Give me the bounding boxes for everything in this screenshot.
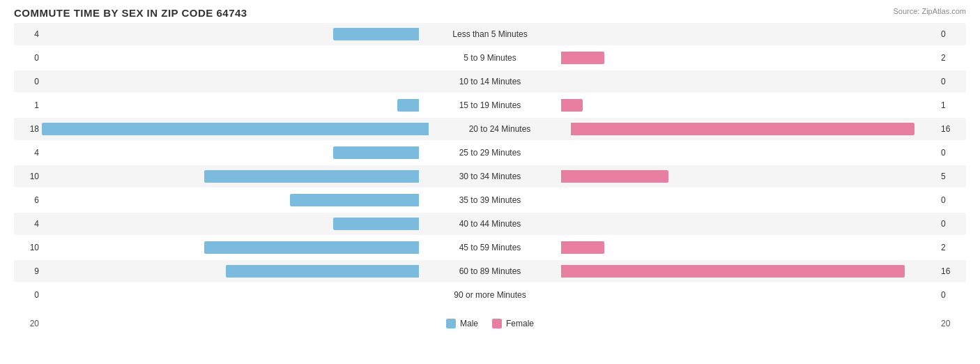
bars-section: 40 to 44 Minutes — [42, 214, 938, 234]
chart-title: COMMUTE TIME BY SEX IN ZIP CODE 64743 — [14, 7, 966, 19]
bars-section: 35 to 39 Minutes — [42, 190, 938, 210]
female-bar-container — [560, 75, 938, 89]
left-value: 0 — [14, 290, 42, 300]
chart-container: COMMUTE TIME BY SEX IN ZIP CODE 64743 So… — [0, 0, 980, 364]
female-bar-container — [560, 193, 938, 207]
row-label: 25 to 29 Minutes — [420, 148, 560, 158]
female-bar-container — [560, 146, 938, 160]
row-label: 15 to 19 Minutes — [420, 100, 560, 110]
left-value: 4 — [14, 148, 42, 158]
chart-area: 4 Less than 5 Minutes 0 0 5 to 9 Minutes… — [14, 23, 966, 316]
male-bar — [42, 123, 429, 135]
female-legend-label: Female — [506, 319, 534, 328]
right-value: 1 — [938, 100, 966, 110]
left-value: 18 — [14, 124, 42, 134]
male-bar — [204, 241, 419, 254]
female-bar — [561, 170, 668, 183]
female-bar-container — [560, 217, 938, 231]
male-bar-container — [42, 146, 420, 160]
left-value: 0 — [14, 53, 42, 63]
right-value: 2 — [938, 53, 966, 63]
bars-section: 20 to 24 Minutes — [42, 119, 938, 139]
axis-left: 20 — [14, 319, 42, 328]
male-bar — [204, 170, 419, 183]
male-bar — [397, 99, 419, 112]
right-value: 0 — [938, 148, 966, 158]
left-value: 6 — [14, 195, 42, 205]
axis-row: 20 Male Female 20 — [14, 319, 966, 328]
male-bar-container — [42, 169, 420, 183]
male-bar — [333, 28, 419, 40]
row-label: 30 to 34 Minutes — [420, 172, 560, 181]
bars-section: Less than 5 Minutes — [42, 24, 938, 44]
right-value: 0 — [938, 290, 966, 300]
female-bar-container — [560, 51, 938, 65]
male-bar-container — [42, 98, 420, 112]
chart-row: 1 15 to 19 Minutes 1 — [14, 94, 966, 116]
female-bar-container — [560, 241, 938, 255]
chart-row: 4 Less than 5 Minutes 0 — [14, 23, 966, 45]
female-color-box — [492, 319, 502, 328]
legend-container: Male Female — [42, 319, 938, 328]
row-label: 20 to 24 Minutes — [430, 124, 569, 134]
row-label: 90 or more Minutes — [420, 290, 560, 300]
bars-section: 45 to 59 Minutes — [42, 238, 938, 257]
source-label: Source: ZipAtlas.com — [893, 7, 966, 15]
male-bar — [290, 194, 419, 206]
chart-row: 10 30 to 34 Minutes 5 — [14, 165, 966, 188]
chart-row: 0 90 or more Minutes 0 — [14, 284, 966, 306]
male-color-box — [446, 319, 456, 328]
row-label: 35 to 39 Minutes — [420, 195, 560, 205]
right-value: 16 — [938, 124, 966, 134]
female-bar-container — [560, 264, 938, 278]
left-value: 10 — [14, 172, 42, 181]
male-bar-container — [42, 288, 420, 302]
chart-row: 4 40 to 44 Minutes 0 — [14, 213, 966, 235]
male-bar — [333, 218, 419, 230]
left-value: 0 — [14, 77, 42, 86]
female-bar — [561, 99, 583, 112]
male-bar-container — [42, 264, 420, 278]
male-bar-container — [42, 217, 420, 231]
legend-male: Male — [446, 319, 478, 328]
bars-section: 60 to 89 Minutes — [42, 261, 938, 281]
chart-row: 0 10 to 14 Minutes 0 — [14, 70, 966, 93]
row-label: 45 to 59 Minutes — [420, 243, 560, 252]
right-value: 16 — [938, 266, 966, 276]
male-bar-container — [42, 75, 420, 89]
chart-row: 9 60 to 89 Minutes 16 — [14, 260, 966, 282]
legend-female: Female — [492, 319, 534, 328]
female-bar — [571, 123, 914, 135]
bars-section: 10 to 14 Minutes — [42, 72, 938, 91]
male-bar — [226, 265, 420, 278]
male-bar-container — [42, 27, 420, 41]
row-label: 40 to 44 Minutes — [420, 219, 560, 229]
male-bar — [333, 146, 419, 159]
male-bar-container — [42, 51, 420, 65]
bars-section: 30 to 34 Minutes — [42, 167, 938, 186]
chart-row: 18 20 to 24 Minutes 16 — [14, 118, 966, 140]
left-value: 10 — [14, 243, 42, 252]
bars-section: 25 to 29 Minutes — [42, 143, 938, 162]
right-value: 0 — [938, 219, 966, 229]
row-label: 60 to 89 Minutes — [420, 266, 560, 276]
chart-row: 0 5 to 9 Minutes 2 — [14, 47, 966, 69]
right-value: 5 — [938, 172, 966, 181]
chart-row: 10 45 to 59 Minutes 2 — [14, 236, 966, 259]
female-bar-container — [560, 169, 938, 183]
female-bar-container — [569, 122, 938, 136]
male-bar-container — [42, 241, 420, 255]
female-bar — [561, 52, 604, 64]
row-label: 5 to 9 Minutes — [420, 53, 560, 63]
left-value: 1 — [14, 100, 42, 110]
bars-section: 15 to 19 Minutes — [42, 96, 938, 115]
female-bar-container — [560, 288, 938, 302]
male-bar-container — [42, 122, 430, 136]
bars-section: 5 to 9 Minutes — [42, 48, 938, 68]
bars-section: 90 or more Minutes — [42, 285, 938, 305]
axis-right: 20 — [938, 319, 966, 328]
male-legend-label: Male — [460, 319, 478, 328]
female-bar — [561, 241, 604, 254]
left-value: 4 — [14, 219, 42, 229]
female-bar — [561, 265, 905, 278]
